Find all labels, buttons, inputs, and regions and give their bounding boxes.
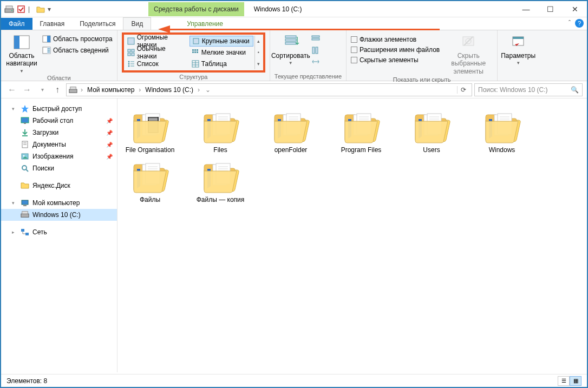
sort-button[interactable]: Сортировать ▼ — [275, 32, 307, 72]
folder-label: File Organisation — [126, 146, 175, 154]
ribbon-group-current-view: Сортировать ▼ Текущее представление — [270, 30, 347, 81]
svg-point-27 — [128, 63, 129, 65]
size-columns-button[interactable] — [311, 57, 320, 66]
sidebar-network[interactable]: ▸Сеть — [1, 226, 117, 238]
chevron-right-icon[interactable]: › — [197, 86, 201, 94]
layout-list[interactable]: Список — [125, 58, 189, 69]
close-button[interactable]: ✕ — [563, 1, 587, 17]
breadcrumb-root[interactable]: Мой компьютер — [86, 86, 135, 94]
svg-rect-23 — [194, 51, 196, 53]
quick-access-toolbar: | ▾ — [1, 4, 56, 14]
drive-icon[interactable] — [4, 4, 14, 14]
help-icon[interactable]: ? — [575, 19, 584, 28]
address-dropdown-icon[interactable]: ⌄ — [203, 86, 213, 94]
sidebar-downloads[interactable]: Загрузки📌 — [1, 127, 117, 139]
folder-item[interactable]: Файлы — [123, 159, 177, 203]
computer-icon — [21, 199, 29, 207]
annotation-highlight-box: Огромные значки Крупные значки Обычные з… — [122, 32, 265, 73]
expand-icon[interactable]: ▸ — [12, 229, 17, 235]
refresh-button[interactable]: ⟳ — [457, 86, 469, 94]
details-pane-button[interactable]: Область сведений — [42, 46, 113, 55]
expand-icon[interactable]: ▾ — [12, 200, 17, 206]
images-icon — [21, 152, 29, 161]
tab-share[interactable]: Поделиться — [72, 18, 123, 30]
svg-rect-48 — [69, 89, 77, 93]
folder-qat-icon[interactable] — [36, 4, 45, 14]
expand-icon[interactable]: ▾ — [12, 106, 17, 111]
folder-item[interactable]: File Organisation — [123, 109, 177, 154]
chevron-right-icon[interactable]: › — [80, 86, 84, 94]
up-button[interactable]: ↑ — [51, 83, 64, 96]
sidebar-drive-c[interactable]: Windows 10 (C:) — [1, 209, 117, 221]
folder-label: Файлы — копия — [197, 196, 245, 203]
back-button[interactable]: ← — [5, 83, 18, 96]
view-large-icons-button[interactable]: ▦ — [570, 376, 582, 386]
layout-small-icons[interactable]: Мелкие значки — [190, 47, 253, 58]
maximize-button[interactable]: ☐ — [538, 1, 563, 17]
preview-pane-button[interactable]: Область просмотра — [42, 35, 113, 43]
svg-rect-35 — [285, 36, 296, 38]
svg-point-58 — [22, 166, 27, 170]
item-checkboxes-toggle[interactable]: Флажки элементов — [351, 36, 440, 43]
minimize-button[interactable]: — — [514, 1, 538, 17]
sidebar-desktop[interactable]: Рабочий стол📌 — [1, 115, 117, 127]
folder-item[interactable]: Windows — [475, 109, 529, 154]
folder-item[interactable]: openFolder — [264, 109, 318, 154]
qat-dropdown-icon[interactable]: ▾ — [48, 5, 53, 13]
svg-rect-37 — [285, 42, 296, 44]
documents-icon — [21, 140, 29, 149]
view-details-button[interactable]: ☰ — [558, 376, 570, 386]
svg-rect-22 — [192, 51, 194, 53]
ribbon: Область навигации ▼ Область просмотра Об… — [1, 30, 587, 81]
layout-scroll[interactable]: ▴•▾ — [254, 36, 262, 69]
search-input[interactable]: Поиск: Windows 10 (C:) 🔍 — [474, 83, 583, 96]
layout-large-icons[interactable]: Крупные значки — [190, 36, 253, 47]
sidebar-images[interactable]: Изображения📌 — [1, 150, 117, 162]
navigation-pane-button[interactable]: Область навигации ▼ — [5, 32, 38, 74]
folder-item[interactable]: Users — [404, 109, 459, 154]
layout-table[interactable]: Таблица — [190, 58, 253, 69]
hidden-items-toggle[interactable]: Скрытые элементы — [351, 56, 440, 64]
chevron-right-icon[interactable]: › — [138, 86, 142, 94]
folder-icon — [271, 109, 310, 144]
svg-rect-62 — [21, 214, 29, 217]
folder-item[interactable]: Файлы — копия — [193, 159, 247, 203]
svg-rect-51 — [24, 123, 26, 124]
tab-manage[interactable]: Управление — [179, 18, 231, 30]
pin-icon: 📌 — [106, 130, 113, 136]
tab-view[interactable]: Вид — [123, 17, 151, 30]
hide-selected-button[interactable]: Скрыть выбранные элементы — [444, 32, 493, 75]
file-extensions-toggle[interactable]: Расширения имен файлов — [351, 46, 440, 54]
collapse-ribbon-icon[interactable]: ˆ — [569, 19, 571, 27]
sidebar-search[interactable]: Поиски — [1, 162, 117, 174]
folder-item[interactable]: Program Files — [334, 109, 388, 154]
svg-point-25 — [128, 61, 129, 63]
sidebar-yandex-disk[interactable]: Яндекс.Диск — [1, 180, 117, 192]
ribbon-group-layout: Огромные значки Крупные значки Обычные з… — [117, 30, 270, 81]
tab-file[interactable]: Файл — [1, 18, 32, 30]
layout-medium-icons[interactable]: Обычные значки — [125, 47, 189, 58]
desktop-icon — [21, 116, 29, 125]
breadcrumb-current[interactable]: Windows 10 (C:) — [144, 86, 194, 94]
tab-home[interactable]: Главная — [32, 18, 73, 30]
options-button[interactable]: Параметры ▼ — [502, 32, 534, 72]
folder-content[interactable]: File Organisation Files openFolder — [117, 98, 587, 372]
recent-locations-button[interactable]: ▾ — [36, 83, 49, 96]
folder-icon — [201, 109, 240, 144]
address-bar[interactable]: › Мой компьютер › Windows 10 (C:) › ⌄ ⟳ — [66, 83, 472, 96]
sidebar-quick-access[interactable]: ▾ Быстрый доступ — [1, 103, 117, 115]
search-placeholder: Поиск: Windows 10 (C:) — [478, 86, 548, 94]
sidebar-my-computer[interactable]: ▾Мой компьютер — [1, 197, 117, 209]
add-columns-button[interactable] — [311, 46, 320, 55]
forward-button[interactable]: → — [21, 83, 34, 96]
sidebar-documents[interactable]: Документы📌 — [1, 139, 117, 150]
network-icon — [21, 228, 29, 236]
folder-label: Program Files — [341, 146, 382, 154]
svg-rect-47 — [513, 37, 524, 39]
folder-item[interactable]: Files — [193, 109, 247, 154]
svg-rect-20 — [194, 49, 196, 51]
drive-tools-context-tab[interactable]: Средства работы с дисками — [148, 2, 244, 16]
svg-rect-41 — [316, 47, 318, 54]
group-by-button[interactable] — [311, 35, 320, 43]
checkbox-qat-icon[interactable] — [16, 4, 26, 14]
